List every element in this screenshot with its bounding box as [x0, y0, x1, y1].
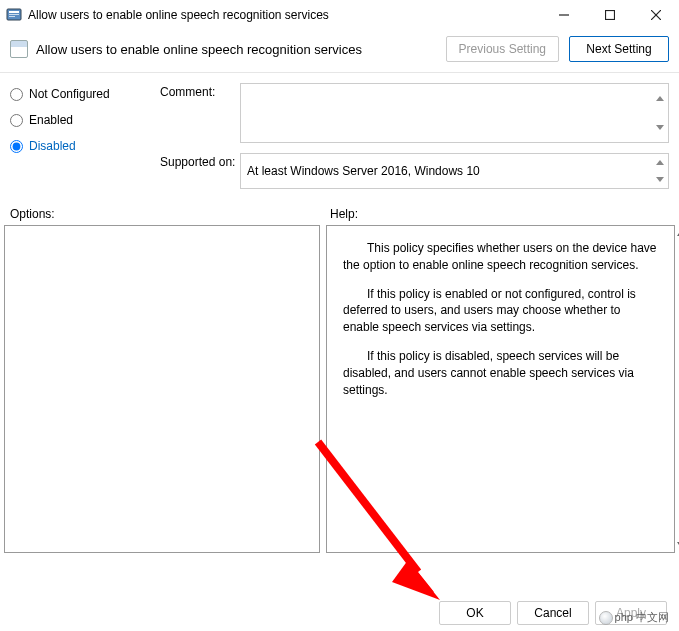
supported-scroll-up[interactable]	[652, 154, 668, 171]
svg-rect-1	[9, 11, 19, 13]
comment-scroll-up[interactable]	[652, 84, 668, 113]
cancel-button[interactable]: Cancel	[517, 601, 589, 625]
comment-field[interactable]	[240, 83, 669, 143]
svg-marker-10	[392, 560, 440, 600]
mid-labels: Options: Help:	[0, 199, 679, 225]
panels: This policy specifies whether users on t…	[0, 225, 679, 553]
comment-label: Comment:	[160, 83, 240, 99]
options-label: Options:	[10, 207, 330, 221]
radio-enabled-input[interactable]	[10, 114, 23, 127]
svg-rect-3	[9, 16, 15, 17]
watermark: php 中文网	[599, 610, 669, 625]
next-setting-button[interactable]: Next Setting	[569, 36, 669, 62]
help-label: Help:	[330, 207, 358, 221]
radio-enabled[interactable]: Enabled	[10, 113, 140, 127]
radio-not-configured-input[interactable]	[10, 88, 23, 101]
radio-not-configured-label: Not Configured	[29, 87, 110, 101]
chevron-down-icon	[656, 177, 664, 182]
radio-not-configured[interactable]: Not Configured	[10, 87, 140, 101]
state-radio-group: Not Configured Enabled Disabled	[10, 83, 140, 199]
radio-disabled-input[interactable]	[10, 140, 23, 153]
radio-disabled[interactable]: Disabled	[10, 139, 140, 153]
svg-rect-2	[9, 14, 19, 15]
help-paragraph-3: If this policy is disabled, speech servi…	[343, 348, 658, 398]
ok-button[interactable]: OK	[439, 601, 511, 625]
close-button[interactable]	[633, 0, 679, 30]
maximize-button[interactable]	[587, 0, 633, 30]
svg-marker-9	[398, 572, 434, 592]
scroll-up-button[interactable]	[674, 226, 679, 240]
app-icon	[6, 7, 22, 23]
help-paragraph-1: This policy specifies whether users on t…	[343, 240, 658, 274]
chevron-up-icon	[656, 96, 664, 101]
upper-section: Not Configured Enabled Disabled Comment:…	[0, 73, 679, 199]
scroll-down-button[interactable]	[674, 538, 679, 552]
watermark-icon	[599, 611, 613, 625]
radio-enabled-label: Enabled	[29, 113, 73, 127]
options-panel	[4, 225, 320, 553]
supported-field: At least Windows Server 2016, Windows 10	[240, 153, 669, 189]
svg-rect-5	[606, 11, 615, 20]
minimize-button[interactable]	[541, 0, 587, 30]
help-paragraph-2: If this policy is enabled or not configu…	[343, 286, 658, 336]
chevron-down-icon	[656, 125, 664, 130]
policy-title: Allow users to enable online speech reco…	[36, 42, 446, 57]
header: Allow users to enable online speech reco…	[0, 30, 679, 73]
help-scrollbar[interactable]	[674, 226, 679, 552]
titlebar: Allow users to enable online speech reco…	[0, 0, 679, 30]
previous-setting-button[interactable]: Previous Setting	[446, 36, 559, 62]
supported-label: Supported on:	[160, 153, 240, 169]
chevron-up-icon	[656, 160, 664, 165]
supported-scroll-down[interactable]	[652, 171, 668, 188]
policy-icon	[10, 40, 28, 58]
window-title: Allow users to enable online speech reco…	[28, 8, 541, 22]
radio-disabled-label: Disabled	[29, 139, 76, 153]
watermark-text: php 中文网	[615, 610, 669, 625]
comment-scroll-down[interactable]	[652, 113, 668, 142]
help-panel: This policy specifies whether users on t…	[326, 225, 675, 553]
fields: Comment: Supported on: At least Windows …	[160, 83, 669, 199]
supported-value: At least Windows Server 2016, Windows 10	[247, 164, 480, 178]
